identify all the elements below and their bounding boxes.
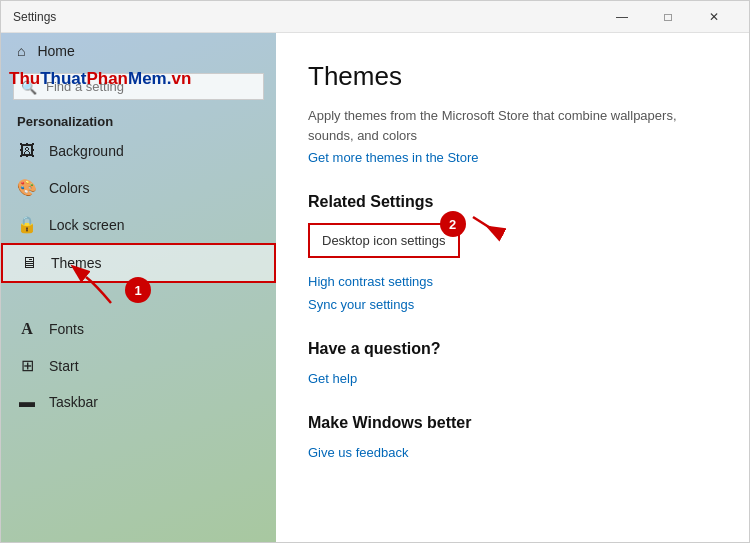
high-contrast-link[interactable]: High contrast settings (308, 274, 717, 289)
window-title: Settings (13, 10, 599, 24)
arrow2-svg (468, 209, 508, 239)
badge2-container: 2 (440, 209, 508, 239)
sidebar-item-background-label: Background (49, 143, 124, 159)
search-icon: 🔍 (21, 79, 37, 94)
minimize-button[interactable]: — (599, 1, 645, 33)
related-settings-title: Related Settings (308, 193, 717, 211)
main-area: ⌂ Home ThuThuatPhanMem.vn 🔍 Personalizat… (1, 33, 749, 542)
badge-1: 1 (125, 277, 151, 303)
make-windows-title: Make Windows better (308, 414, 717, 432)
sidebar-item-themes-label: Themes (51, 255, 102, 271)
store-link[interactable]: Get more themes in the Store (308, 150, 479, 165)
home-icon: ⌂ (17, 43, 25, 59)
sync-link[interactable]: Sync your settings (308, 297, 717, 312)
colors-icon: 🎨 (17, 178, 37, 197)
fonts-icon: A (17, 320, 37, 338)
lock-screen-icon: 🔒 (17, 215, 37, 234)
sidebar-item-taskbar-label: Taskbar (49, 394, 98, 410)
get-help-link[interactable]: Get help (308, 371, 357, 386)
taskbar-icon: ▬ (17, 393, 37, 411)
settings-window: Settings — □ ✕ ⌂ Home ThuThuatPhanMem.vn (0, 0, 750, 543)
sidebar-item-taskbar[interactable]: ▬ Taskbar (1, 384, 276, 420)
sidebar-item-themes-wrapper: 🖥 Themes 1 (1, 243, 276, 283)
sidebar-item-colors-label: Colors (49, 180, 89, 196)
sidebar-item-colors[interactable]: 🎨 Colors (1, 169, 276, 206)
start-icon: ⊞ (17, 356, 37, 375)
sidebar-item-lock-screen-label: Lock screen (49, 217, 124, 233)
make-windows-section: Make Windows better Give us feedback (308, 414, 717, 460)
sidebar-item-fonts-label: Fonts (49, 321, 84, 337)
sidebar-item-start[interactable]: ⊞ Start (1, 347, 276, 384)
themes-icon: 🖥 (19, 254, 39, 272)
sidebar-item-home[interactable]: ⌂ Home (1, 33, 276, 69)
have-question-section: Have a question? Get help (308, 340, 717, 386)
sidebar-item-background[interactable]: 🖼 Background (1, 133, 276, 169)
home-label: Home (37, 43, 74, 59)
background-icon: 🖼 (17, 142, 37, 160)
sidebar: ⌂ Home ThuThuatPhanMem.vn 🔍 Personalizat… (1, 33, 276, 542)
themes-subtitle: Apply themes from the Microsoft Store th… (308, 106, 717, 145)
title-bar: Settings — □ ✕ (1, 1, 749, 33)
arrow1-svg (81, 275, 121, 305)
close-button[interactable]: ✕ (691, 1, 737, 33)
sidebar-item-lock-screen[interactable]: 🔒 Lock screen (1, 206, 276, 243)
search-box: 🔍 (13, 73, 264, 100)
personalization-section-label: Personalization (1, 108, 276, 133)
right-panel: Themes Apply themes from the Microsoft S… (276, 33, 749, 542)
desktop-icon-settings-link[interactable]: Desktop icon settings (308, 223, 460, 258)
page-title: Themes (308, 61, 717, 92)
sidebar-item-fonts[interactable]: A Fonts (1, 311, 276, 347)
desktop-icon-wrapper: Desktop icon settings 2 (308, 223, 460, 266)
badge-2: 2 (440, 211, 466, 237)
have-question-title: Have a question? (308, 340, 717, 358)
feedback-link[interactable]: Give us feedback (308, 445, 408, 460)
window-controls: — □ ✕ (599, 1, 737, 33)
badge1-container: 1 (81, 275, 151, 305)
maximize-button[interactable]: □ (645, 1, 691, 33)
sidebar-item-start-label: Start (49, 358, 79, 374)
search-input[interactable] (13, 73, 264, 100)
desktop-icon-settings-label: Desktop icon settings (322, 233, 446, 248)
